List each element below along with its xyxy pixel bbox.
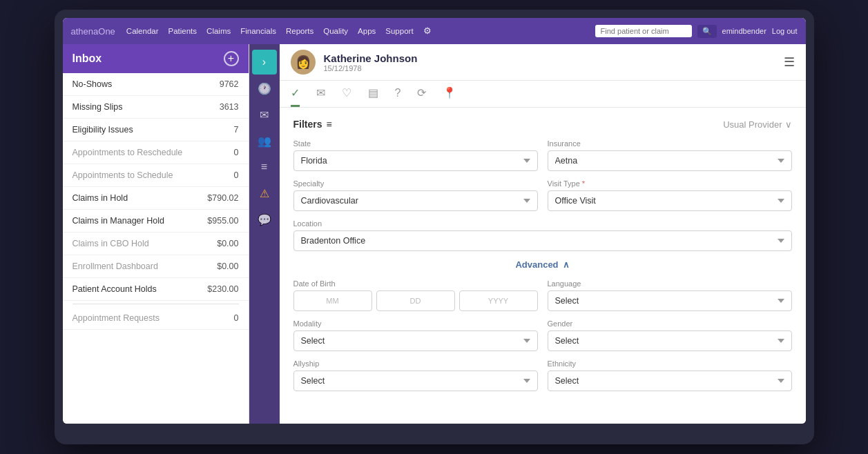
- specialty-select[interactable]: Cardiovascular: [293, 190, 538, 211]
- sidebar-item-label: Claims in Hold: [73, 193, 128, 203]
- modality-select[interactable]: Select: [293, 330, 538, 351]
- sidebar-item-enrollment[interactable]: Enrollment Dashboard $0.00: [63, 255, 249, 278]
- tab-checkmark[interactable]: ✓: [291, 81, 300, 107]
- sidebar-divider: [73, 304, 239, 304]
- patient-info: Katherine Johnson 15/12/1978: [324, 52, 775, 72]
- nav-claims[interactable]: Claims: [206, 26, 231, 37]
- sidebar-item-label: No-Shows: [73, 79, 113, 89]
- location-select[interactable]: Bradenton Office: [293, 230, 792, 251]
- patient-avatar: 👩: [291, 50, 316, 75]
- insurance-label: Insurance: [548, 139, 792, 148]
- form-row-specialty-visit: Specialty Cardiovascular Visit Type *: [293, 179, 792, 211]
- visit-type-select[interactable]: Office Visit: [548, 190, 792, 211]
- sidebar-item-no-shows[interactable]: No-Shows 9762: [63, 73, 249, 96]
- nav-clock-icon[interactable]: 🕐: [252, 76, 277, 101]
- required-marker: *: [582, 179, 585, 188]
- hamburger-menu[interactable]: ☰: [784, 55, 795, 70]
- filters-label: Filters: [293, 119, 322, 130]
- nav-patients[interactable]: Patients: [168, 26, 197, 37]
- form-group-dob: Date of Birth: [293, 279, 538, 311]
- form-group-visit-type: Visit Type * Office Visit: [548, 179, 792, 211]
- tab-message[interactable]: ✉: [316, 81, 325, 107]
- sidebar-item-appointment-requests[interactable]: Appointment Requests 0: [63, 307, 249, 330]
- dob-label: Date of Birth: [293, 279, 538, 288]
- nav-quality[interactable]: Quality: [323, 26, 348, 37]
- filters-panel: Filters ≡ Usual Provider ∨ State: [280, 108, 806, 424]
- tab-heart[interactable]: ♡: [342, 81, 351, 107]
- form-group-language: Language Select: [548, 279, 792, 311]
- sidebar-item-manager-hold[interactable]: Claims in Manager Hold $955.00: [63, 210, 249, 233]
- ethnicity-select[interactable]: Select: [548, 371, 792, 391]
- sidebar-item-eligibility[interactable]: Eligibility Issues 7: [63, 119, 249, 141]
- sidebar-item-label: Appointments to Reschedule: [73, 148, 183, 157]
- patient-dob: 15/12/1978: [324, 64, 775, 72]
- patient-name: Katherine Johnson: [324, 52, 775, 64]
- search-input[interactable]: [595, 25, 692, 37]
- sidebar-item-schedule[interactable]: Appointments to Schedule 0: [63, 164, 249, 187]
- nav-support[interactable]: Support: [385, 26, 413, 37]
- tab-document[interactable]: ▤: [368, 81, 378, 107]
- sidebar-item-label: Appointment Requests: [73, 313, 160, 323]
- filter-icon: ≡: [327, 119, 332, 130]
- nav-alert-icon[interactable]: ⚠: [252, 181, 277, 206]
- nav-items: Calendar Patients Claims Financials Repo…: [126, 26, 595, 37]
- nav-list-icon[interactable]: ≡: [252, 155, 277, 179]
- tab-location[interactable]: 📍: [443, 81, 456, 107]
- sidebar-item-value: $955.00: [207, 216, 238, 226]
- form-group-modality: Modality Select: [293, 319, 538, 351]
- logo: athenaOne: [71, 26, 115, 37]
- insurance-select[interactable]: Aetna: [548, 150, 792, 171]
- nav-chat-icon[interactable]: 💬: [252, 207, 277, 232]
- sidebar-item-label: Appointments to Schedule: [73, 170, 173, 180]
- specialty-label: Specialty: [293, 179, 538, 188]
- tab-history[interactable]: ⟳: [417, 81, 426, 107]
- sidebar-item-value: 3613: [220, 102, 239, 112]
- sidebar-item-claims-hold[interactable]: Claims in Hold $790.02: [63, 187, 249, 210]
- sidebar-item-label: Missing Slips: [73, 102, 123, 112]
- nav-envelope-icon[interactable]: ✉: [252, 102, 277, 127]
- sidebar-list: No-Shows 9762 Missing Slips 3613 Eligibi…: [63, 73, 249, 424]
- nav-apps[interactable]: Apps: [358, 26, 376, 37]
- nav-financials[interactable]: Financials: [240, 26, 276, 37]
- form-group-location: Location Bradenton Office: [293, 219, 792, 251]
- visit-type-label: Visit Type *: [548, 179, 792, 188]
- sidebar-item-label: Claims in Manager Hold: [73, 216, 164, 226]
- sidebar-item-account-holds[interactable]: Patient Account Holds $230.00: [63, 278, 249, 301]
- sidebar-item-value: $0.00: [217, 261, 238, 271]
- nav-reports[interactable]: Reports: [286, 26, 314, 37]
- usual-provider-label: Usual Provider: [723, 119, 782, 130]
- dob-yyyy-input[interactable]: [459, 290, 538, 311]
- sidebar-item-reschedule[interactable]: Appointments to Reschedule 0: [63, 141, 249, 164]
- sidebar-item-cbo-hold[interactable]: Claims in CBO Hold $0.00: [63, 233, 249, 255]
- advanced-toggle[interactable]: Advanced ∧: [293, 259, 792, 270]
- settings-icon[interactable]: ⚙: [423, 26, 432, 37]
- state-select[interactable]: Florida: [293, 150, 538, 171]
- form-row-dob-language: Date of Birth Language Select: [293, 279, 792, 311]
- language-select[interactable]: Select: [548, 290, 792, 311]
- username: emindbender: [722, 27, 766, 35]
- form-row-state-insurance: State Florida Insurance Aetna: [293, 139, 792, 171]
- dob-dd-input[interactable]: [376, 290, 455, 311]
- nav-calendar[interactable]: Calendar: [126, 26, 159, 37]
- sidebar-item-value: 0: [234, 313, 239, 323]
- ethnicity-label: Ethnicity: [548, 359, 792, 368]
- dob-mm-input[interactable]: [293, 290, 372, 311]
- inbox-add-button[interactable]: +: [224, 51, 239, 66]
- sidebar-item-missing-slips[interactable]: Missing Slips 3613: [63, 96, 249, 119]
- icon-sidebar: › 🕐 ✉ 👥 ≡ ⚠ 💬: [249, 44, 280, 424]
- allyship-select[interactable]: Select: [293, 371, 538, 391]
- nav-people-icon[interactable]: 👥: [252, 128, 277, 153]
- tab-question[interactable]: ?: [395, 81, 401, 107]
- sidebar-item-label: Patient Account Holds: [73, 284, 157, 294]
- laptop-screen: athenaOne Calendar Patients Claims Finan…: [63, 18, 806, 424]
- sidebar-item-label: Eligibility Issues: [73, 125, 133, 135]
- sidebar-item-label: Enrollment Dashboard: [73, 261, 158, 271]
- form-group-specialty: Specialty Cardiovascular: [293, 179, 538, 211]
- usual-provider-button[interactable]: Usual Provider ∨: [723, 119, 791, 130]
- gender-select[interactable]: Select: [548, 330, 792, 351]
- logout-button[interactable]: Log out: [772, 27, 798, 35]
- nav-chevron-right[interactable]: ›: [252, 50, 277, 75]
- dob-row: [293, 290, 538, 311]
- form-row-modality-gender: Modality Select Gender Select: [293, 319, 792, 351]
- search-button[interactable]: 🔍: [697, 25, 717, 38]
